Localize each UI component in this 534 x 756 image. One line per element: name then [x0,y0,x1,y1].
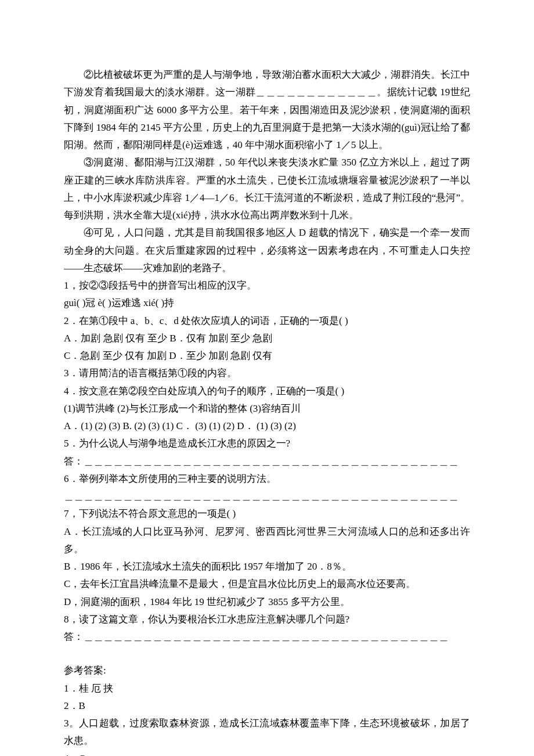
question-4-options: (1)调节洪峰 (2)与长江形成一个和谐的整体 (3)容纳百川 [64,400,470,417]
paragraph-4: ④可见，人口问题，尤其是目前我国很多地区人 D 超载的情况下，确实是一个牵一发而… [64,224,470,277]
question-7-option-a: A．长江流域的人口比亚马孙河、尼罗河、密西西比河世界三大河流域人口的总和还多出许… [64,523,470,559]
question-4-stem: 4．按文意在第②段空白处应填入的句子的顺序，正确的一项是( ) [64,383,470,400]
answers-title: 参考答案: [64,662,470,679]
question-6-answer-line: ＿＿＿＿＿＿＿＿＿＿＿＿＿＿＿＿＿＿＿＿＿＿＿＿＿＿＿＿＿＿＿＿＿＿＿＿＿＿＿＿ [64,488,470,505]
question-5-answer-line: 答：＿＿＿＿＿＿＿＿＿＿＿＿＿＿＿＿＿＿＿＿＿＿＿＿＿＿＿＿＿＿＿＿＿＿＿＿＿＿ [64,453,470,470]
question-5: 5．为什么说人与湖争地是造成长江水患的原因之一? [64,435,470,452]
question-6: 6．举例列举本文所使用的三种主要的说明方法。 [64,470,470,488]
answer-3: 3。人口超载，过度索取森林资源，造成长江流域森林覆盖率下降，生态环境被破坏，加居… [64,715,470,750]
question-7-option-c: C，去年长江宜昌洪峰流量不是最大，但是宜昌水位比历史上的最高水位还要高。 [64,575,470,593]
paragraph-2: ②比植被破坏更为严重的是人与湖争地，导致湖泊蓄水面积大大减少，湖群消失。长江中下… [64,66,470,154]
paragraph-3: ③洞庭湖、鄱阳湖与江汉湖群，50 年代以来丧失淡水贮量 350 亿立方米以上，超… [64,154,470,224]
question-7-stem: 7，下列说法不符合原文意思的一项是( ) [64,505,470,523]
question-7-option-b: B．1986 年，长江流域水土流失的面积比 1957 年增加了 20．8％。 [64,558,470,575]
section-gap [64,646,470,662]
answer-4: 4．C [64,750,470,757]
answer-1: 1．桂 厄 挟 [64,680,470,697]
question-8: 8，读了这篇文章，你认为要根治长江水患应注意解决哪几个问题? [64,611,470,628]
question-7-option-d: D，洞庭湖的面积，1984 年比 19 世纪初减少了 3855 多平方公里。 [64,593,470,611]
question-3: 3．请用简洁的语言概括第①段的内容。 [64,365,470,382]
question-2-options-ab: A．加剧 急剧 仅有 至少 B．仅有 加剧 至少 急剧 [64,330,470,347]
question-1-blanks: guì( )冠 è( )运难逃 xié( )持 [64,294,470,312]
question-2-options-cd: C．急剧 至少 仅有 加剧 D．至少 加剧 急剧 仅有 [64,347,470,365]
question-4-abcd: A．(1) (2) (3) B. (2) (3) (1) C． (3) (1) … [64,417,470,435]
question-2-stem: 2．在第①段中 a、b、c、d 处依次应填人的词语，正确的一项是( ) [64,312,470,330]
answer-2: 2．B [64,697,470,715]
question-1-stem: 1，按②③段括号中的拼音写出相应的汉字。 [64,277,470,294]
document-page: ②比植被破坏更为严重的是人与湖争地，导致湖泊蓄水面积大大减少，湖群消失。长江中下… [0,0,534,756]
question-8-answer-line: 答：＿＿＿＿＿＿＿＿＿＿＿＿＿＿＿＿＿＿＿＿＿＿＿＿＿＿＿＿＿＿＿＿＿＿＿＿＿ [64,628,470,646]
